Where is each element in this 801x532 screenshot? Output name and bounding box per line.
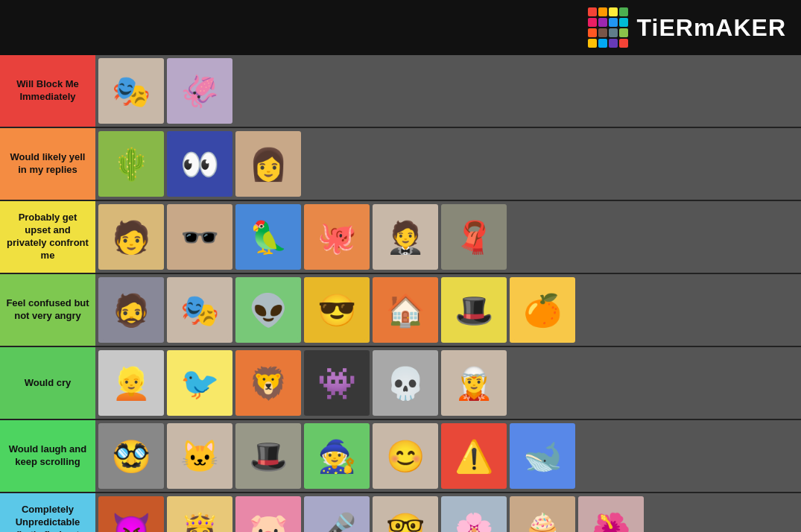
character-emoji: 😎 (307, 280, 367, 340)
character-card[interactable]: ⚠️ (441, 423, 507, 489)
character-emoji: 🧑 (101, 207, 161, 267)
character-emoji: 🦜 (238, 207, 298, 267)
character-emoji: 🎩 (444, 280, 504, 340)
tier-row-tier-yell: Would likely yell in my replies🌵👀👩 (0, 128, 801, 201)
character-card[interactable]: 👸 (167, 496, 232, 532)
tiermaker-logo: TiERmAKER (588, 7, 786, 48)
tier-row-tier-unpredictable: Completely Unpredictable (Let's find out… (0, 493, 801, 532)
character-card[interactable]: 🧑 (98, 204, 164, 270)
tier-row-tier-block: Will Block Me Immediately🎭🦑 (0, 55, 801, 128)
character-card[interactable]: 🤵 (373, 204, 438, 270)
character-card[interactable]: 👾 (304, 350, 370, 416)
character-card[interactable]: 🧔 (98, 277, 164, 343)
tier-items: 🧑🕶️🦜🐙🤵🧣 (95, 201, 801, 273)
character-card[interactable]: 🐦 (167, 350, 232, 416)
character-card[interactable]: 💀 (373, 350, 438, 416)
character-emoji: 🐦 (170, 353, 229, 413)
character-card[interactable]: 🦁 (235, 350, 301, 416)
character-emoji: 🐱 (170, 426, 229, 486)
character-emoji: 👀 (170, 134, 229, 194)
character-card[interactable]: 🐱 (167, 423, 232, 489)
tier-items: 🥸🐱🎩🧙😊⚠️🐋 (95, 420, 801, 492)
tier-items: 👱🐦🦁👾💀🧝 (95, 347, 801, 419)
character-card[interactable]: 🧁 (510, 496, 575, 532)
character-emoji: 🎭 (101, 61, 161, 121)
character-card[interactable]: 🐋 (510, 423, 575, 489)
tier-items: 🎭🦑 (95, 55, 801, 127)
logo-cell (609, 7, 618, 16)
character-card[interactable]: 🌺 (578, 496, 644, 532)
character-emoji: 👩 (238, 134, 298, 194)
character-card[interactable]: 🦜 (235, 204, 301, 270)
tier-label: Would cry (0, 347, 95, 419)
character-card[interactable]: 🌸 (441, 496, 507, 532)
logo-cell (588, 28, 597, 37)
character-emoji: 🕶️ (170, 207, 229, 267)
character-emoji: ⚠️ (444, 426, 504, 486)
character-card[interactable]: 🍊 (510, 277, 575, 343)
character-card[interactable]: 🏠 (373, 277, 438, 343)
logo-cell (619, 7, 628, 16)
character-emoji: 🐷 (238, 499, 298, 532)
logo-cell (588, 39, 597, 48)
tier-label: Would likely yell in my replies (0, 128, 95, 200)
character-card[interactable]: 👩 (235, 131, 301, 197)
logo-cell (588, 7, 597, 16)
tier-row-tier-laugh: Would laugh and keep scrolling🥸🐱🎩🧙😊⚠️🐋 (0, 420, 801, 493)
tier-row-tier-cry: Would cry👱🐦🦁👾💀🧝 (0, 347, 801, 420)
character-emoji: 🎩 (238, 426, 298, 486)
character-card[interactable]: 🦑 (167, 58, 232, 124)
character-emoji: 😊 (376, 426, 435, 486)
character-emoji: 🧔 (101, 280, 161, 340)
character-emoji: 🦑 (170, 61, 229, 121)
character-card[interactable]: 🤓 (373, 496, 438, 532)
character-card[interactable]: 😎 (304, 277, 370, 343)
header: TiERmAKER (0, 0, 801, 55)
logo-cell (609, 18, 618, 27)
character-emoji: 💀 (376, 353, 435, 413)
character-card[interactable]: 🌵 (98, 131, 164, 197)
character-emoji: 🌵 (101, 134, 161, 194)
logo-cell (598, 7, 607, 16)
character-emoji: 👸 (170, 499, 229, 532)
logo-cell (598, 18, 607, 27)
character-card[interactable]: 🧝 (441, 350, 507, 416)
character-emoji: 😈 (101, 499, 161, 532)
tiers-wrapper: Will Block Me Immediately🎭🦑Would likely … (0, 55, 801, 532)
logo-text: TiERmAKER (637, 14, 786, 42)
character-emoji: 🧝 (444, 353, 504, 413)
character-card[interactable]: 🎩 (441, 277, 507, 343)
character-card[interactable]: 👀 (167, 131, 232, 197)
character-card[interactable]: 🎭 (167, 277, 232, 343)
character-card[interactable]: 🎤 (304, 496, 370, 532)
character-card[interactable]: 🥸 (98, 423, 164, 489)
tier-label: Will Block Me Immediately (0, 55, 95, 127)
character-card[interactable]: 🐙 (304, 204, 370, 270)
logo-cell (598, 28, 607, 37)
character-emoji: 👱 (101, 353, 161, 413)
character-emoji: 👾 (307, 353, 367, 413)
tier-row-tier-confused: Feel confused but not very angry🧔🎭👽😎🏠🎩🍊 (0, 274, 801, 347)
tier-label: Feel confused but not very angry (0, 274, 95, 346)
tier-items: 🧔🎭👽😎🏠🎩🍊 (95, 274, 801, 346)
tier-label: Probably get upset and privately confron… (0, 201, 95, 273)
tier-label: Would laugh and keep scrolling (0, 420, 95, 492)
character-emoji: 🐙 (307, 207, 367, 267)
character-card[interactable]: 🎭 (98, 58, 164, 124)
character-emoji: 🧙 (307, 426, 367, 486)
character-card[interactable]: 👱 (98, 350, 164, 416)
character-card[interactable]: 🧣 (441, 204, 507, 270)
character-card[interactable]: 🧙 (304, 423, 370, 489)
logo-cell (609, 39, 618, 48)
character-emoji: 🤓 (376, 499, 435, 532)
character-card[interactable]: 👽 (235, 277, 301, 343)
character-card[interactable]: 😈 (98, 496, 164, 532)
character-card[interactable]: 🎩 (235, 423, 301, 489)
character-emoji: 🍊 (513, 280, 572, 340)
character-card[interactable]: 🐷 (235, 496, 301, 532)
character-emoji: 🤵 (376, 207, 435, 267)
logo-cell (619, 28, 628, 37)
character-card[interactable]: 😊 (373, 423, 438, 489)
character-emoji: 🌺 (581, 499, 641, 532)
character-card[interactable]: 🕶️ (167, 204, 232, 270)
